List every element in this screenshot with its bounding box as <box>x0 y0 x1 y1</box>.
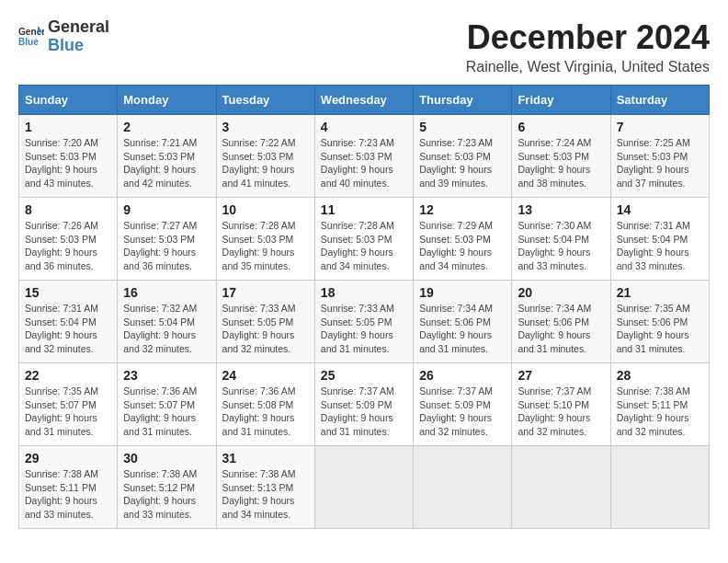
logo-icon: General Blue <box>18 24 44 50</box>
day-cell: 24 Sunrise: 7:36 AMSunset: 5:08 PMDaylig… <box>216 363 314 446</box>
day-number: 10 <box>222 202 309 217</box>
day-info: Sunrise: 7:34 AMSunset: 5:06 PMDaylight:… <box>518 303 591 354</box>
location-title: Rainelle, West Virginia, United States <box>466 59 710 75</box>
day-number: 12 <box>419 202 506 217</box>
logo: General Blue General Blue <box>18 18 109 55</box>
day-info: Sunrise: 7:32 AMSunset: 5:04 PMDaylight:… <box>123 303 197 354</box>
day-cell: 17 Sunrise: 7:33 AMSunset: 5:05 PMDaylig… <box>216 281 314 363</box>
logo-text: General Blue <box>48 18 109 55</box>
day-info: Sunrise: 7:30 AMSunset: 5:04 PMDaylight:… <box>518 220 591 271</box>
day-number: 11 <box>321 202 407 217</box>
header-cell-monday: Monday <box>118 86 216 115</box>
day-info: Sunrise: 7:31 AMSunset: 5:04 PMDaylight:… <box>25 303 98 354</box>
day-number: 24 <box>222 368 309 383</box>
day-info: Sunrise: 7:31 AMSunset: 5:04 PMDaylight:… <box>617 220 690 271</box>
day-number: 7 <box>617 120 703 134</box>
day-cell: 28 Sunrise: 7:38 AMSunset: 5:11 PMDaylig… <box>610 363 709 446</box>
day-number: 4 <box>321 120 407 134</box>
day-info: Sunrise: 7:21 AMSunset: 5:03 PMDaylight:… <box>123 137 197 189</box>
day-info: Sunrise: 7:37 AMSunset: 5:09 PMDaylight:… <box>321 385 394 437</box>
day-number: 27 <box>518 368 604 383</box>
day-number: 17 <box>222 285 309 300</box>
day-number: 9 <box>123 202 210 217</box>
day-number: 26 <box>419 368 506 383</box>
day-info: Sunrise: 7:20 AMSunset: 5:03 PMDaylight:… <box>25 137 98 189</box>
day-number: 29 <box>25 451 111 465</box>
header-row: SundayMondayTuesdayWednesdayThursdayFrid… <box>19 86 710 115</box>
day-cell: 8 Sunrise: 7:26 AMSunset: 5:03 PMDayligh… <box>19 198 118 281</box>
day-info: Sunrise: 7:38 AMSunset: 5:13 PMDaylight:… <box>222 468 296 520</box>
day-info: Sunrise: 7:38 AMSunset: 5:11 PMDaylight:… <box>617 385 690 437</box>
day-cell: 25 Sunrise: 7:37 AMSunset: 5:09 PMDaylig… <box>314 363 413 446</box>
day-number: 23 <box>123 368 210 383</box>
svg-text:General: General <box>18 27 44 37</box>
day-info: Sunrise: 7:25 AMSunset: 5:03 PMDaylight:… <box>617 137 690 189</box>
day-cell: 23 Sunrise: 7:36 AMSunset: 5:07 PMDaylig… <box>118 363 216 446</box>
day-cell: 6 Sunrise: 7:24 AMSunset: 5:03 PMDayligh… <box>512 115 610 198</box>
day-cell <box>610 446 709 529</box>
week-row-5: 29 Sunrise: 7:38 AMSunset: 5:11 PMDaylig… <box>19 446 710 529</box>
day-cell: 10 Sunrise: 7:28 AMSunset: 5:03 PMDaylig… <box>216 198 314 281</box>
day-cell: 18 Sunrise: 7:33 AMSunset: 5:05 PMDaylig… <box>314 281 413 363</box>
header-cell-thursday: Thursday <box>414 86 512 115</box>
day-number: 2 <box>123 120 210 134</box>
day-cell: 5 Sunrise: 7:23 AMSunset: 5:03 PMDayligh… <box>414 115 512 198</box>
day-number: 15 <box>25 285 111 300</box>
header-cell-wednesday: Wednesday <box>314 86 413 115</box>
day-info: Sunrise: 7:29 AMSunset: 5:03 PMDaylight:… <box>419 220 493 271</box>
day-number: 5 <box>419 120 506 134</box>
day-info: Sunrise: 7:26 AMSunset: 5:03 PMDaylight:… <box>25 220 98 271</box>
day-cell: 9 Sunrise: 7:27 AMSunset: 5:03 PMDayligh… <box>118 198 216 281</box>
day-cell: 31 Sunrise: 7:38 AMSunset: 5:13 PMDaylig… <box>216 446 314 529</box>
day-info: Sunrise: 7:33 AMSunset: 5:05 PMDaylight:… <box>222 303 296 354</box>
header-cell-saturday: Saturday <box>610 86 709 115</box>
day-number: 6 <box>518 120 604 134</box>
day-cell: 3 Sunrise: 7:22 AMSunset: 5:03 PMDayligh… <box>216 115 314 198</box>
day-number: 16 <box>123 285 210 300</box>
day-info: Sunrise: 7:35 AMSunset: 5:06 PMDaylight:… <box>617 303 690 354</box>
week-row-4: 22 Sunrise: 7:35 AMSunset: 5:07 PMDaylig… <box>19 363 710 446</box>
day-number: 21 <box>617 285 703 300</box>
day-cell: 26 Sunrise: 7:37 AMSunset: 5:09 PMDaylig… <box>414 363 512 446</box>
day-info: Sunrise: 7:36 AMSunset: 5:08 PMDaylight:… <box>222 385 296 437</box>
day-cell: 29 Sunrise: 7:38 AMSunset: 5:11 PMDaylig… <box>19 446 118 529</box>
day-cell: 16 Sunrise: 7:32 AMSunset: 5:04 PMDaylig… <box>118 281 216 363</box>
day-info: Sunrise: 7:35 AMSunset: 5:07 PMDaylight:… <box>25 385 98 437</box>
header: General Blue General Blue December 2024 … <box>18 18 710 75</box>
day-cell: 12 Sunrise: 7:29 AMSunset: 5:03 PMDaylig… <box>414 198 512 281</box>
week-row-1: 1 Sunrise: 7:20 AMSunset: 5:03 PMDayligh… <box>19 115 710 198</box>
day-cell <box>414 446 512 529</box>
svg-text:Blue: Blue <box>18 37 39 47</box>
week-row-3: 15 Sunrise: 7:31 AMSunset: 5:04 PMDaylig… <box>19 281 710 363</box>
day-number: 19 <box>419 285 506 300</box>
day-cell: 21 Sunrise: 7:35 AMSunset: 5:06 PMDaylig… <box>610 281 709 363</box>
day-info: Sunrise: 7:24 AMSunset: 5:03 PMDaylight:… <box>518 137 591 189</box>
day-cell: 27 Sunrise: 7:37 AMSunset: 5:10 PMDaylig… <box>512 363 610 446</box>
day-cell: 15 Sunrise: 7:31 AMSunset: 5:04 PMDaylig… <box>19 281 118 363</box>
week-row-2: 8 Sunrise: 7:26 AMSunset: 5:03 PMDayligh… <box>19 198 710 281</box>
day-cell: 7 Sunrise: 7:25 AMSunset: 5:03 PMDayligh… <box>610 115 709 198</box>
day-info: Sunrise: 7:37 AMSunset: 5:09 PMDaylight:… <box>419 385 493 437</box>
day-info: Sunrise: 7:38 AMSunset: 5:11 PMDaylight:… <box>25 468 98 520</box>
day-info: Sunrise: 7:38 AMSunset: 5:12 PMDaylight:… <box>123 468 197 520</box>
day-info: Sunrise: 7:28 AMSunset: 5:03 PMDaylight:… <box>321 220 394 271</box>
header-cell-tuesday: Tuesday <box>216 86 314 115</box>
day-number: 25 <box>321 368 407 383</box>
day-cell <box>314 446 413 529</box>
day-cell: 4 Sunrise: 7:23 AMSunset: 5:03 PMDayligh… <box>314 115 413 198</box>
day-number: 28 <box>617 368 703 383</box>
day-number: 30 <box>123 451 210 465</box>
day-cell: 11 Sunrise: 7:28 AMSunset: 5:03 PMDaylig… <box>314 198 413 281</box>
day-number: 1 <box>25 120 111 134</box>
day-info: Sunrise: 7:37 AMSunset: 5:10 PMDaylight:… <box>518 385 591 437</box>
day-number: 31 <box>222 451 309 465</box>
day-cell: 2 Sunrise: 7:21 AMSunset: 5:03 PMDayligh… <box>118 115 216 198</box>
day-cell: 19 Sunrise: 7:34 AMSunset: 5:06 PMDaylig… <box>414 281 512 363</box>
header-cell-sunday: Sunday <box>19 86 118 115</box>
month-title: December 2024 <box>466 18 710 57</box>
day-cell: 14 Sunrise: 7:31 AMSunset: 5:04 PMDaylig… <box>610 198 709 281</box>
day-info: Sunrise: 7:34 AMSunset: 5:06 PMDaylight:… <box>419 303 493 354</box>
day-info: Sunrise: 7:23 AMSunset: 5:03 PMDaylight:… <box>419 137 493 189</box>
day-info: Sunrise: 7:27 AMSunset: 5:03 PMDaylight:… <box>123 220 197 271</box>
day-info: Sunrise: 7:33 AMSunset: 5:05 PMDaylight:… <box>321 303 394 354</box>
